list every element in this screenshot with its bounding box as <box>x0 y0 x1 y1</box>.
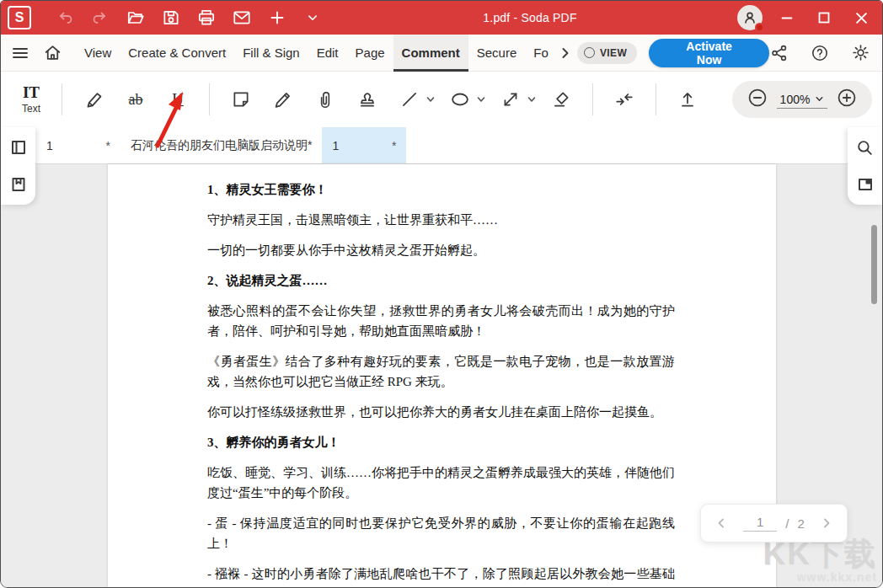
menu-item[interactable]: Fo <box>525 35 557 72</box>
title-bar: S <box>1 1 882 35</box>
arrow-tool-chevron-icon[interactable] <box>525 93 538 106</box>
page-separator: / <box>785 516 789 531</box>
right-panel <box>848 127 882 205</box>
app-window: S <box>0 0 883 588</box>
pencil-icon[interactable] <box>268 84 298 115</box>
watermark-logo: KK下载 <box>763 538 877 570</box>
zoom-level-select[interactable]: 100% <box>777 91 828 109</box>
activate-now-button[interactable]: Activate Now <box>649 39 769 67</box>
eraser-icon[interactable] <box>546 84 576 115</box>
view-toggle-radio-icon <box>584 47 595 58</box>
document-paragraph: 《勇者蛋生》结合了多种有趣好玩的要素，它既是一款电子宠物，也是一款放置游戏，当然… <box>207 351 675 392</box>
page-view-panel-icon[interactable] <box>855 174 875 195</box>
thumbnails-panel-icon[interactable] <box>8 137 29 158</box>
menu-items: View Create & Convert Fill & Sign Edit P… <box>76 35 557 72</box>
line-tool-icon[interactable] <box>394 84 425 115</box>
new-tab-plus-icon[interactable] <box>267 8 287 28</box>
redo-icon[interactable] <box>90 8 110 28</box>
menu-item[interactable]: Create & Convert <box>120 35 234 72</box>
undo-icon[interactable] <box>55 8 75 28</box>
text-tool-icon: IT <box>23 84 40 101</box>
document-paragraph: 3、孵养你的勇者女儿！ <box>207 432 675 452</box>
unsaved-indicator: * <box>392 139 396 152</box>
total-pages: 2 <box>797 516 804 531</box>
menu-overflow-chevron-icon[interactable] <box>559 45 572 61</box>
menu-item[interactable]: View <box>76 35 120 72</box>
stamp-icon[interactable] <box>352 84 383 115</box>
hamburger-menu-icon[interactable] <box>11 43 29 63</box>
line-tool-chevron-icon[interactable] <box>424 93 437 106</box>
document-paragraph: 吃饭、睡觉、学习、训练……你将把手中的精灵之蛋孵养成最强大的英雄，伴随他们度过“… <box>207 462 675 503</box>
pdf-page-content: 1、精灵女王需要你！ 守护精灵王国，击退黑暗领主，让世界重获和平…… 一切的一切… <box>108 164 776 588</box>
watermark-site-url: www.kkx.net <box>763 570 877 584</box>
menu-item[interactable]: Comment <box>393 35 468 72</box>
document-paragraph: 1、精灵女王需要你！ <box>207 179 675 200</box>
document-viewport[interactable]: 1、精灵女王需要你！ 守护精灵王国，击退黑暗领主，让世界重获和平…… 一切的一切… <box>1 164 882 587</box>
bookmarks-panel-icon[interactable] <box>8 174 29 195</box>
titlebar-chevron-down-icon[interactable] <box>302 8 323 28</box>
export-upload-icon[interactable] <box>672 84 703 115</box>
zoom-in-button[interactable] <box>836 87 858 112</box>
minimize-button[interactable] <box>774 5 800 30</box>
soda-pdf-logo: S <box>8 6 31 29</box>
document-tab[interactable]: 1 * <box>322 127 406 163</box>
next-page-icon[interactable] <box>818 515 835 532</box>
document-paragraph: - 蛋 - 保持温度适宜的同时也要保护它免受外界的威胁，不要让你的蛋输在起跑线上… <box>207 513 675 553</box>
page-navigation: 1 / 2 <box>700 504 848 543</box>
share-icon[interactable] <box>769 43 789 63</box>
settings-gear-icon[interactable] <box>850 43 870 63</box>
help-icon[interactable] <box>810 43 830 63</box>
left-panel <box>1 127 35 205</box>
document-paragraph: - 襁褓 - 这时的小勇者除了满地乱爬啥也干不了，除了照顾起居以外教会她一些基础… <box>207 564 675 588</box>
maximize-button[interactable] <box>811 5 837 30</box>
email-icon[interactable] <box>232 8 252 28</box>
view-mode-toggle[interactable]: VIEW <box>577 42 637 64</box>
close-button[interactable] <box>848 5 874 30</box>
ellipse-tool-chevron-icon[interactable] <box>474 93 488 106</box>
window-title: 1.pdf - Soda PDF <box>483 11 576 24</box>
text-tool-button[interactable]: IT Text <box>11 84 51 115</box>
toolbar-separator <box>592 83 593 115</box>
document-paragraph: 被悉心照料的蛋不会让你失望，拯救世界的勇者女儿将会破壳而出！成为她的守护者，陪伴… <box>207 301 675 341</box>
open-file-icon[interactable] <box>126 8 146 28</box>
notification-dot <box>755 23 764 32</box>
red-annotation-arrow <box>142 85 196 151</box>
highlighter-icon[interactable] <box>78 84 109 115</box>
site-watermark: KK下载 www.kkx.net <box>763 538 877 584</box>
menu-bar: View Create & Convert Fill & Sign Edit P… <box>1 35 882 72</box>
previous-page-icon[interactable] <box>713 515 730 532</box>
menu-item[interactable]: Edit <box>308 35 347 72</box>
document-tab-bar: 1 * 石河伦吾的朋友们电脑版启动说明* 1 * <box>1 127 882 164</box>
home-icon[interactable] <box>43 43 62 63</box>
zoom-out-button[interactable] <box>747 87 768 112</box>
document-tab[interactable]: 1 * <box>36 127 120 163</box>
user-avatar[interactable] <box>737 5 763 30</box>
document-paragraph: 2、说起精灵之蛋…… <box>207 270 675 291</box>
menu-item[interactable]: Page <box>347 35 393 72</box>
attachment-paperclip-icon[interactable] <box>310 84 340 115</box>
pdf-page[interactable]: 1、精灵女王需要你！ 守护精灵王国，击退黑暗领主，让世界重获和平…… 一切的一切… <box>108 164 776 587</box>
vertical-scrollbar[interactable] <box>871 225 877 304</box>
sticky-note-icon[interactable] <box>226 84 256 115</box>
annotation-toolbar: IT Text ab U <box>1 72 882 127</box>
print-icon[interactable] <box>196 8 217 28</box>
unsaved-indicator: * <box>106 139 110 152</box>
save-icon[interactable] <box>161 8 181 28</box>
current-page-input[interactable]: 1 <box>743 515 777 532</box>
arrow-tool-icon[interactable] <box>495 84 526 115</box>
zoom-chevron-down-icon <box>815 94 824 104</box>
toolbar-separator <box>209 83 210 115</box>
menu-item[interactable]: Fill & Sign <box>234 35 308 72</box>
document-paragraph: 一切的一切都要从你手中这枚精灵之蛋开始孵起。 <box>207 240 675 260</box>
menu-item[interactable]: Secure <box>468 35 526 72</box>
snap-arrows-icon[interactable] <box>609 84 640 115</box>
ellipse-tool-icon[interactable] <box>445 84 475 115</box>
toolbar-separator <box>656 83 656 115</box>
document-paragraph: 你可以打怪练级拯救世界，也可以把你养大的勇者女儿挂在桌面上陪你一起摸鱼。 <box>207 402 675 422</box>
toolbar-separator <box>62 83 62 115</box>
search-icon[interactable] <box>855 137 875 158</box>
zoom-control: 100% <box>732 81 872 118</box>
document-paragraph: 守护精灵王国，击退黑暗领主，让世界重获和平…… <box>207 210 675 230</box>
